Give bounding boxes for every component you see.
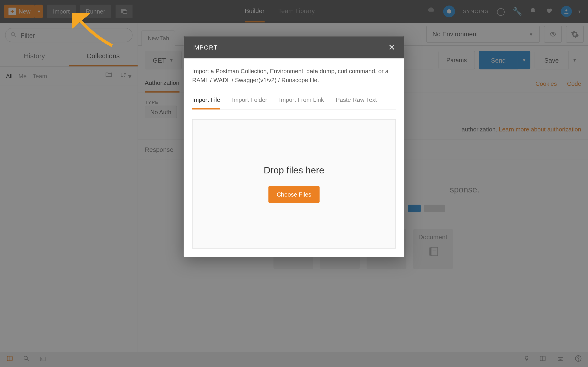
drop-text: Drop files here — [264, 165, 324, 176]
modal-tab-paste-raw[interactable]: Paste Raw Text — [336, 92, 377, 110]
modal-tab-import-folder[interactable]: Import Folder — [232, 92, 267, 110]
close-icon[interactable]: ✕ — [388, 42, 396, 52]
modal-header: IMPORT ✕ — [184, 36, 404, 58]
file-dropzone[interactable]: Drop files here Choose Files — [192, 119, 396, 249]
import-modal: IMPORT ✕ Import a Postman Collection, En… — [184, 36, 404, 257]
modal-tab-import-link[interactable]: Import From Link — [279, 92, 324, 110]
modal-tab-import-file[interactable]: Import File — [192, 92, 220, 110]
choose-files-button[interactable]: Choose Files — [268, 186, 320, 203]
modal-title: IMPORT — [192, 44, 218, 51]
modal-tabs: Import File Import Folder Import From Li… — [192, 92, 396, 110]
modal-description: Import a Postman Collection, Environment… — [192, 67, 396, 84]
